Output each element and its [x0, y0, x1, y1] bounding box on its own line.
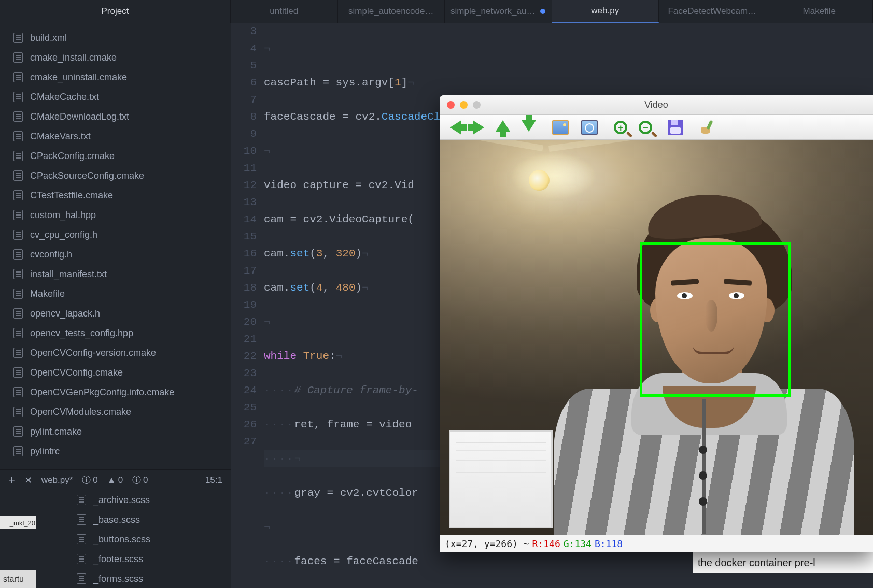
- file-item[interactable]: Makefile: [0, 284, 231, 304]
- arrow-down-icon[interactable]: [522, 120, 536, 132]
- save-icon[interactable]: [668, 120, 683, 135]
- file-item[interactable]: CPackConfig.cmake: [0, 146, 231, 166]
- image-icon[interactable]: [552, 120, 569, 135]
- tab-bar: Project untitled simple_autoencode… simp…: [0, 0, 873, 23]
- file-item[interactable]: OpenCVConfig.cmake: [0, 363, 231, 382]
- file-item[interactable]: CMakeVars.txt: [0, 126, 231, 146]
- file-icon: [13, 269, 23, 279]
- tab-label: untitled: [270, 6, 298, 17]
- background-text: the docker container pre-l: [698, 557, 815, 569]
- tab-untitled[interactable]: untitled: [231, 0, 338, 23]
- line-number: 23: [231, 365, 257, 382]
- file-item[interactable]: pylintrc: [0, 441, 231, 461]
- image-tools: [552, 120, 598, 135]
- tab-makefile[interactable]: Makefile: [766, 0, 874, 23]
- file-item[interactable]: CMakeDownloadLog.txt: [0, 107, 231, 126]
- file-item[interactable]: _forms.scss: [67, 569, 231, 588]
- file-item[interactable]: cv_cpu_config.h: [0, 225, 231, 245]
- tab-simple-network-au[interactable]: simple_network_au…: [445, 0, 552, 23]
- line-number: 9: [231, 125, 257, 142]
- file-item[interactable]: CMakeCache.txt: [0, 87, 231, 107]
- file-item[interactable]: custom_hal.hpp: [0, 205, 231, 225]
- file-item[interactable]: cmake_install.cmake: [0, 48, 231, 67]
- file-item[interactable]: _base.scss: [67, 510, 231, 529]
- file-icon: [13, 328, 23, 338]
- line-number: 3: [231, 23, 257, 40]
- tab-simple-autoencode[interactable]: simple_autoencode…: [338, 0, 445, 23]
- secondary-file-list: _archive.scss _base.scss _buttons.scss _…: [67, 490, 231, 588]
- arrow-up-icon[interactable]: [496, 120, 510, 132]
- tab-facedetectwebcam[interactable]: FaceDetectWebcam…: [659, 0, 766, 23]
- bottom-os-tab[interactable]: startu: [0, 570, 36, 588]
- add-icon[interactable]: +: [8, 474, 15, 487]
- pixel-readout-bar: (x=27, y=266) ~ R:146 G:134 B:118: [440, 535, 873, 552]
- file-item[interactable]: CPackSourceConfig.cmake: [0, 166, 231, 185]
- file-name: opencv_tests_config.hpp: [30, 328, 133, 339]
- file-icon: [13, 72, 23, 82]
- video-window[interactable]: Video + −: [440, 95, 873, 552]
- file-name: CPackSourceConfig.cmake: [30, 170, 144, 181]
- window-title: Video: [440, 99, 873, 110]
- pixel-b: B:118: [595, 538, 623, 549]
- file-item[interactable]: cvconfig.h: [0, 245, 231, 264]
- zoom-in-icon[interactable]: +: [614, 121, 627, 134]
- file-icon: [13, 249, 23, 260]
- line-number: 12: [231, 177, 257, 194]
- file-item[interactable]: opencv_lapack.h: [0, 304, 231, 323]
- face-detection-box: [640, 242, 791, 397]
- file-icon: [13, 348, 23, 358]
- file-item[interactable]: _archive.scss: [67, 490, 231, 510]
- line-number: 7: [231, 91, 257, 108]
- modified-dot-icon: [540, 9, 545, 14]
- arrow-right-icon[interactable]: [473, 120, 484, 135]
- file-name: pylint.cmake: [30, 426, 82, 437]
- file-icon: [77, 495, 86, 505]
- image-zoom-icon[interactable]: [581, 120, 598, 135]
- file-item[interactable]: OpenCVModules.cmake: [0, 402, 231, 422]
- brush-icon[interactable]: [699, 119, 715, 136]
- diagnostics-errors[interactable]: ⓘ0: [82, 474, 97, 486]
- file-item[interactable]: _footer.scss: [67, 549, 231, 569]
- tab-label: simple_network_au…: [450, 6, 535, 17]
- line-number: 19: [231, 296, 257, 313]
- file-item[interactable]: _buttons.scss: [67, 529, 231, 549]
- project-panel-tab[interactable]: Project: [0, 0, 231, 23]
- file-name: CTestTestfile.cmake: [30, 190, 113, 201]
- file-item[interactable]: CTestTestfile.cmake: [0, 185, 231, 205]
- pixel-r: R:146: [532, 538, 560, 549]
- close-icon[interactable]: ✕: [24, 475, 32, 486]
- file-item[interactable]: OpenCVConfig-version.cmake: [0, 343, 231, 363]
- file-icon: [77, 534, 86, 544]
- file-item[interactable]: pylint.cmake: [0, 422, 231, 441]
- pixel-g: G:134: [564, 538, 592, 549]
- line-gutter: 3 4 5 6 7 8 9 10 11 12 13 14 15 16 17 18…: [231, 23, 264, 588]
- line-number: 26: [231, 416, 257, 433]
- status-bar: + ✕ web.py* ⓘ0 ▲0 ⓘ0 15:1: [0, 469, 231, 490]
- diagnostics-info[interactable]: ⓘ0: [132, 474, 148, 486]
- file-item[interactable]: install_manifest.txt: [0, 264, 231, 284]
- status-filename[interactable]: web.py*: [41, 475, 73, 485]
- file-icon: [13, 190, 23, 200]
- line-number: 15: [231, 228, 257, 245]
- line-number: 5: [231, 57, 257, 74]
- window-titlebar[interactable]: Video: [440, 95, 873, 115]
- file-name: _footer.scss: [93, 554, 143, 565]
- file-icon: [13, 170, 23, 181]
- diagnostics-warnings[interactable]: ▲0: [107, 475, 123, 485]
- file-name: cv_cpu_config.h: [30, 230, 97, 240]
- file-name: install_manifest.txt: [30, 269, 107, 280]
- tab-web-py[interactable]: web.py: [552, 0, 659, 23]
- tab-label: web.py: [591, 6, 619, 16]
- pixel-coords: (x=27, y=266) ~: [445, 538, 529, 549]
- file-name: CPackConfig.cmake: [30, 151, 115, 162]
- arrow-left-icon[interactable]: [450, 120, 461, 135]
- file-item[interactable]: build.xml: [0, 28, 231, 48]
- file-item[interactable]: OpenCVGenPkgConfig.info.cmake: [0, 382, 231, 402]
- cursor-position[interactable]: 15:1: [205, 475, 222, 485]
- file-name: Makefile: [30, 289, 65, 299]
- zoom-out-icon[interactable]: −: [639, 121, 652, 134]
- line-number: 4: [231, 40, 257, 57]
- file-item[interactable]: cmake_uninstall.cmake: [0, 67, 231, 87]
- file-icon: [77, 514, 86, 525]
- file-item[interactable]: opencv_tests_config.hpp: [0, 323, 231, 343]
